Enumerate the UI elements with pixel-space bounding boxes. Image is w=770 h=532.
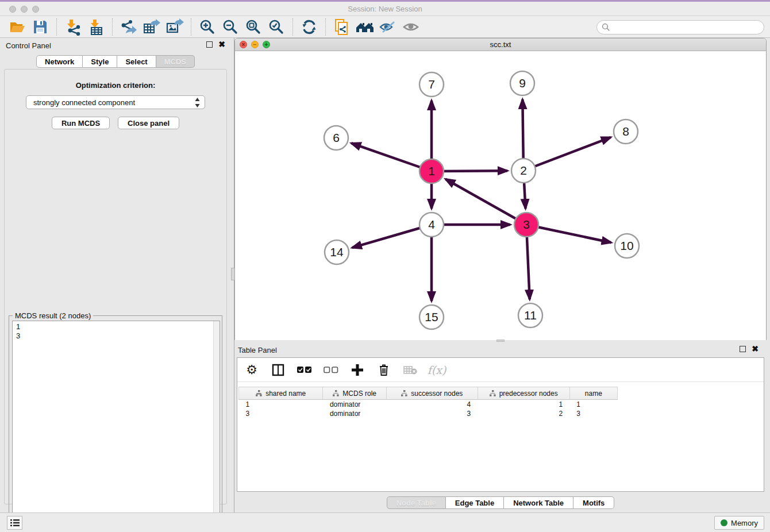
export-image-icon: [165, 18, 184, 36]
table-panel-title: Table Panel: [238, 346, 277, 354]
column-header-predecessor-nodes[interactable]: predecessor nodes: [478, 387, 569, 400]
float-table-panel-icon[interactable]: [740, 346, 746, 352]
titlebar: Session: New Session: [0, 2, 770, 16]
graph-node-label-9: 9: [519, 76, 526, 90]
zoom-fit-icon: [245, 18, 262, 36]
open-folder-icon: [9, 18, 26, 36]
mcds-result-box[interactable]: 1 3: [12, 321, 220, 530]
table-toolbar: ⚙ f(x): [237, 358, 764, 382]
table-row[interactable]: 3 dominator 3 2 3: [239, 409, 618, 418]
mcds-result-group: MCDS result (2 nodes) 1 3: [9, 315, 222, 532]
select-all-columns-button[interactable]: [297, 363, 312, 377]
optimization-criterion-label: Optimization criterion:: [5, 81, 226, 90]
zoom-out-button[interactable]: [221, 18, 240, 36]
export-table-button[interactable]: [142, 18, 161, 36]
table-row[interactable]: 1 dominator 4 1 1: [239, 400, 618, 409]
unchecked-boxes-icon: [324, 367, 338, 373]
tab-motifs[interactable]: Motifs: [573, 496, 614, 509]
plus-icon: [352, 364, 363, 376]
graph-node-label-15: 15: [425, 310, 438, 323]
search-box[interactable]: [596, 20, 764, 34]
save-session-button[interactable]: [30, 18, 50, 36]
graph-node-label-1: 1: [428, 164, 435, 178]
zoom-in-button[interactable]: [198, 18, 217, 36]
float-panel-icon[interactable]: [206, 41, 213, 48]
session-title: Session: New Session: [0, 5, 770, 13]
run-mcds-button[interactable]: Run MCDS: [52, 117, 110, 129]
mcds-panel: Optimization criterion: strongly connect…: [4, 69, 227, 504]
task-history-button[interactable]: [7, 516, 22, 530]
network-window-title: scc.txt: [235, 40, 766, 49]
split-pane-icon: [272, 364, 284, 376]
delete-column-button[interactable]: [376, 363, 391, 377]
zoom-selected-button[interactable]: [267, 18, 286, 36]
control-panel-tabs: Network Style Select MCDS: [0, 55, 231, 68]
tab-edge-table[interactable]: Edge Table: [446, 496, 504, 509]
first-neighbors-button[interactable]: [355, 18, 375, 36]
houses-icon: [355, 18, 375, 36]
column-header-successor-nodes[interactable]: successor nodes: [386, 387, 478, 400]
export-network-button[interactable]: [119, 18, 138, 36]
graph-node-label-11: 11: [524, 309, 537, 322]
new-network-from-selection-button[interactable]: [332, 18, 352, 36]
tab-mcds[interactable]: MCDS: [156, 55, 195, 68]
optimization-criterion-dropdown[interactable]: strongly connected component: [26, 95, 205, 109]
node-table-window: ⚙ f(x): [237, 357, 764, 492]
node-table: shared name MCDS role successor nodes pr…: [238, 387, 618, 418]
column-tree-icon: [401, 390, 407, 396]
add-column-button[interactable]: [350, 363, 365, 377]
column-tree-icon: [256, 390, 262, 396]
toolbar-separator: [292, 18, 293, 36]
list-icon: [10, 519, 20, 527]
tab-select[interactable]: Select: [117, 55, 156, 68]
search-input[interactable]: [610, 22, 764, 33]
save-floppy-icon: [32, 19, 48, 35]
network-splitter-handle[interactable]: [496, 340, 505, 342]
close-table-panel-icon[interactable]: ✖: [752, 346, 759, 352]
tab-network-table[interactable]: Network Table: [504, 496, 573, 509]
checked-boxes-icon: [297, 367, 312, 373]
show-all-button[interactable]: [401, 18, 421, 36]
tab-node-table[interactable]: Node Table: [387, 496, 446, 509]
zoom-in-icon: [199, 18, 216, 36]
export-table-icon: [143, 18, 161, 36]
memory-button[interactable]: Memory: [714, 516, 764, 530]
workspace: × − + scc.txt 7968124314101511 Table Pan…: [234, 38, 767, 512]
open-session-button[interactable]: [7, 18, 27, 36]
column-header-shared-name[interactable]: shared name: [239, 387, 323, 400]
graph-node-label-3: 3: [523, 218, 530, 231]
close-panel-button[interactable]: Close panel: [118, 117, 179, 129]
column-header-mcds-role[interactable]: MCDS role: [323, 387, 387, 400]
graph-edge-3-10[interactable]: [526, 225, 611, 242]
graph-edge-2-8[interactable]: [523, 137, 611, 171]
delete-table-button[interactable]: [403, 363, 418, 377]
tab-style[interactable]: Style: [83, 55, 117, 68]
apply-layout-button[interactable]: [299, 18, 319, 36]
export-image-button[interactable]: [165, 18, 184, 36]
network-view-window: × − + scc.txt 7968124314101511: [234, 38, 767, 340]
application-window: Session: New Session: [0, 0, 770, 532]
import-table-button[interactable]: [86, 18, 106, 36]
graph-node-label-14: 14: [330, 245, 344, 259]
tab-network[interactable]: Network: [36, 55, 83, 68]
dropdown-stepper-icon: [195, 98, 200, 109]
graph-edge-3-1[interactable]: [445, 179, 526, 225]
fx-icon: f(x): [428, 364, 446, 376]
deselect-all-columns-button[interactable]: [324, 363, 338, 377]
import-network-button[interactable]: [63, 18, 83, 36]
trash-icon: [378, 364, 390, 376]
result-scrollbar[interactable]: [213, 321, 220, 529]
mcds-result-title: MCDS result (2 nodes): [13, 311, 93, 320]
toolbar-separator: [56, 18, 57, 36]
close-panel-icon[interactable]: ✖: [218, 41, 225, 48]
zoom-fit-button[interactable]: [244, 18, 263, 36]
column-settings-button[interactable]: ⚙: [244, 363, 259, 377]
network-window-titlebar[interactable]: × − + scc.txt: [235, 38, 766, 51]
import-table-icon: [87, 18, 105, 36]
toolbar-separator: [325, 18, 326, 36]
split-pane-button[interactable]: [271, 363, 286, 377]
hide-selected-button[interactable]: [378, 18, 398, 36]
network-canvas[interactable]: 7968124314101511: [235, 51, 766, 340]
apply-function-button[interactable]: f(x): [429, 363, 444, 377]
column-header-name[interactable]: name: [569, 387, 617, 400]
